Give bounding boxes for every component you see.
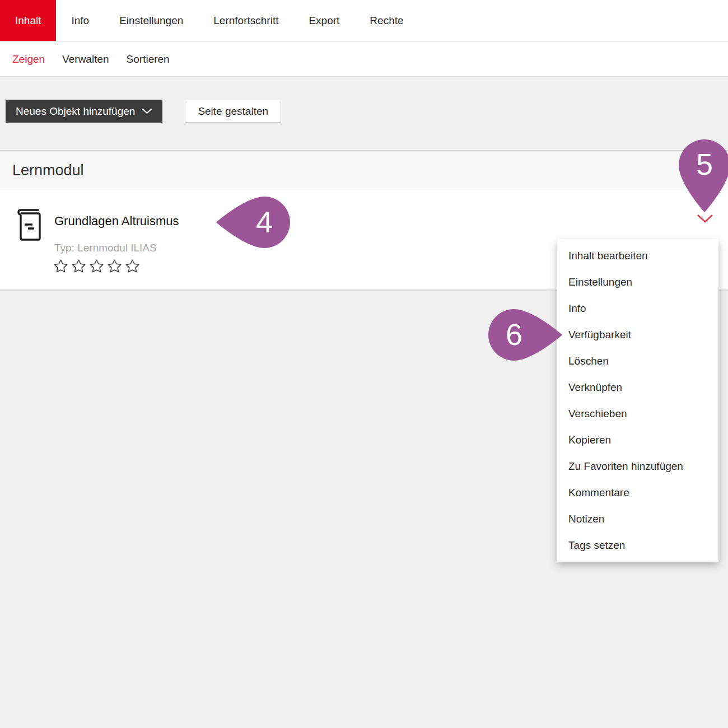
star-icon[interactable] bbox=[107, 259, 122, 276]
teardrop-right-icon bbox=[488, 308, 563, 362]
rating-stars[interactable] bbox=[53, 259, 140, 276]
tab-info[interactable]: Info bbox=[56, 0, 104, 41]
add-new-object-button[interactable]: Neues Objekt hinzufügen bbox=[6, 100, 162, 123]
menu-item-zu-favoriten-hinzufuegen[interactable]: Zu Favoriten hinzufügen bbox=[557, 453, 718, 479]
sub-tab-bar: Zeigen Verwalten Sortieren bbox=[0, 42, 728, 77]
menu-item-verfuegbarkeit[interactable]: Verfügbarkeit bbox=[557, 321, 718, 348]
tab-rechte[interactable]: Rechte bbox=[354, 0, 418, 41]
star-icon[interactable] bbox=[71, 259, 86, 276]
menu-item-kommentare[interactable]: Kommentare bbox=[557, 479, 718, 506]
item-type-label: Typ: Lernmodul ILIAS bbox=[54, 242, 157, 254]
menu-item-inhalt-bearbeiten[interactable]: Inhalt bearbeiten bbox=[557, 242, 718, 269]
tab-einstellungen[interactable]: Einstellungen bbox=[104, 0, 198, 41]
menu-item-notizen[interactable]: Notizen bbox=[557, 506, 718, 532]
annotation-marker-6: 6 bbox=[488, 308, 563, 362]
tab-lernfortschritt[interactable]: Lernfortschritt bbox=[198, 0, 293, 41]
chevron-down-icon bbox=[142, 108, 152, 114]
section-title: Lernmodul bbox=[12, 162, 84, 179]
tab-inhalt[interactable]: Inhalt bbox=[0, 0, 56, 41]
menu-item-einstellungen[interactable]: Einstellungen bbox=[557, 269, 718, 295]
star-icon[interactable] bbox=[89, 259, 104, 276]
star-icon[interactable] bbox=[53, 259, 68, 276]
tab-export[interactable]: Export bbox=[293, 0, 354, 41]
actions-chevron-down-icon[interactable] bbox=[697, 214, 713, 226]
design-page-label: Seite gestalten bbox=[198, 105, 268, 118]
subtab-sortieren[interactable]: Sortieren bbox=[127, 53, 170, 66]
menu-item-kopieren[interactable]: Kopieren bbox=[557, 427, 718, 453]
actions-dropdown-menu: Inhalt bearbeiten Einstellungen Info Ver… bbox=[557, 239, 718, 562]
menu-item-tags-setzen[interactable]: Tags setzen bbox=[557, 532, 718, 558]
section-header-lernmodul: Lernmodul bbox=[0, 150, 728, 190]
subtab-zeigen[interactable]: Zeigen bbox=[12, 53, 45, 66]
menu-item-verknuepfen[interactable]: Verknüpfen bbox=[557, 374, 718, 400]
menu-item-loeschen[interactable]: Löschen bbox=[557, 348, 718, 374]
subtab-verwalten[interactable]: Verwalten bbox=[62, 53, 109, 66]
marker-number: 6 bbox=[506, 319, 522, 349]
star-icon[interactable] bbox=[125, 259, 140, 276]
tab-bar: Inhalt Info Einstellungen Lernfortschrit… bbox=[0, 0, 728, 41]
learning-module-book-icon bbox=[16, 208, 43, 244]
toolbar: Neues Objekt hinzufügen Seite gestalten bbox=[6, 100, 281, 123]
design-page-button[interactable]: Seite gestalten bbox=[185, 100, 281, 123]
item-title-link[interactable]: Grundlagen Altruismus bbox=[54, 214, 179, 228]
menu-item-info[interactable]: Info bbox=[557, 295, 718, 321]
menu-item-verschieben[interactable]: Verschieben bbox=[557, 400, 718, 427]
add-new-object-label: Neues Objekt hinzufügen bbox=[16, 105, 135, 118]
